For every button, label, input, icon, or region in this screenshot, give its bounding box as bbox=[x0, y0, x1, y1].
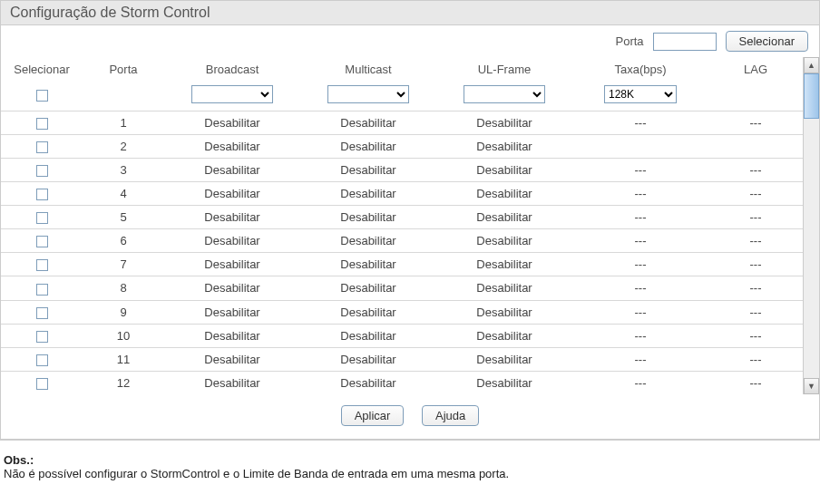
cell-ulframe: Desabilitar bbox=[436, 206, 572, 229]
cell-port: 12 bbox=[83, 371, 164, 394]
cell-multicast: Desabilitar bbox=[300, 347, 436, 371]
cell-lag: --- bbox=[708, 206, 803, 229]
cell-multicast: Desabilitar bbox=[300, 253, 436, 276]
cell-multicast: Desabilitar bbox=[300, 159, 436, 182]
note-section: Obs.: Não é possível configurar o StormC… bbox=[0, 440, 820, 489]
col-lag: LAG bbox=[708, 57, 803, 82]
cell-port: 3 bbox=[83, 159, 164, 182]
cell-ulframe: Desabilitar bbox=[436, 276, 572, 300]
row-checkbox[interactable] bbox=[36, 165, 48, 177]
cell-port: 10 bbox=[83, 324, 164, 347]
table-row: 8DesabilitarDesabilitarDesabilitar------ bbox=[1, 276, 803, 300]
vertical-scrollbar[interactable]: ▲ ▼ bbox=[803, 57, 819, 394]
cell-rate: --- bbox=[572, 229, 708, 253]
cell-ulframe: Desabilitar bbox=[436, 324, 572, 347]
scroll-down-arrow-icon[interactable]: ▼ bbox=[804, 378, 819, 394]
col-select: Selecionar bbox=[1, 57, 83, 82]
cell-ulframe: Desabilitar bbox=[436, 111, 572, 135]
cell-broadcast: Desabilitar bbox=[164, 159, 300, 182]
cell-rate: --- bbox=[572, 159, 708, 182]
cell-port: 6 bbox=[83, 229, 164, 253]
storm-control-table: Selecionar Porta Broadcast Multicast UL-… bbox=[1, 57, 803, 394]
cell-multicast: Desabilitar bbox=[300, 300, 436, 324]
col-broadcast: Broadcast bbox=[164, 57, 300, 82]
cell-broadcast: Desabilitar bbox=[164, 347, 300, 371]
cell-rate: --- bbox=[572, 324, 708, 347]
broadcast-select[interactable] bbox=[191, 85, 273, 103]
table-row: 10DesabilitarDesabilitarDesabilitar-----… bbox=[1, 324, 803, 347]
table-row: 5DesabilitarDesabilitarDesabilitar------ bbox=[1, 206, 803, 229]
cell-lag: --- bbox=[708, 253, 803, 276]
scroll-up-arrow-icon[interactable]: ▲ bbox=[804, 57, 819, 73]
table-row: 4DesabilitarDesabilitarDesabilitar------ bbox=[1, 182, 803, 206]
cell-rate: --- bbox=[572, 253, 708, 276]
multicast-select[interactable] bbox=[327, 85, 409, 103]
cell-broadcast: Desabilitar bbox=[164, 276, 300, 300]
cell-broadcast: Desabilitar bbox=[164, 182, 300, 206]
ulframe-select[interactable] bbox=[464, 85, 545, 103]
row-checkbox[interactable] bbox=[36, 141, 48, 153]
row-checkbox[interactable] bbox=[36, 259, 48, 271]
table-row: 9DesabilitarDesabilitarDesabilitar------ bbox=[1, 300, 803, 324]
table-row: 2DesabilitarDesabilitarDesabilitar bbox=[1, 135, 803, 159]
cell-port: 4 bbox=[83, 182, 164, 206]
cell-broadcast: Desabilitar bbox=[164, 135, 300, 159]
row-checkbox[interactable] bbox=[36, 236, 48, 247]
row-checkbox[interactable] bbox=[36, 118, 48, 130]
cell-rate: --- bbox=[572, 371, 708, 394]
cell-lag: --- bbox=[708, 300, 803, 324]
cell-lag bbox=[708, 135, 803, 159]
select-all-checkbox[interactable] bbox=[36, 90, 48, 102]
cell-rate: --- bbox=[572, 206, 708, 229]
cell-lag: --- bbox=[708, 371, 803, 394]
row-checkbox[interactable] bbox=[36, 331, 48, 343]
cell-multicast: Desabilitar bbox=[300, 135, 436, 159]
row-checkbox[interactable] bbox=[36, 307, 48, 319]
cell-ulframe: Desabilitar bbox=[436, 300, 572, 324]
scroll-track[interactable] bbox=[804, 73, 819, 378]
cell-multicast: Desabilitar bbox=[300, 371, 436, 394]
table-row: 12DesabilitarDesabilitarDesabilitar-----… bbox=[1, 371, 803, 394]
cell-lag: --- bbox=[708, 229, 803, 253]
row-checkbox[interactable] bbox=[36, 212, 48, 224]
cell-lag: --- bbox=[708, 276, 803, 300]
port-label: Porta bbox=[615, 34, 643, 48]
cell-ulframe: Desabilitar bbox=[436, 371, 572, 394]
cell-port: 8 bbox=[83, 276, 164, 300]
cell-ulframe: Desabilitar bbox=[436, 182, 572, 206]
cell-broadcast: Desabilitar bbox=[164, 371, 300, 394]
cell-ulframe: Desabilitar bbox=[436, 229, 572, 253]
table-row: 3DesabilitarDesabilitarDesabilitar------ bbox=[1, 159, 803, 182]
page-title: Configuração de Storm Control bbox=[1, 1, 819, 25]
cell-port: 7 bbox=[83, 253, 164, 276]
help-button[interactable]: Ajuda bbox=[422, 405, 479, 426]
cell-broadcast: Desabilitar bbox=[164, 229, 300, 253]
cell-ulframe: Desabilitar bbox=[436, 253, 572, 276]
cell-rate: --- bbox=[572, 111, 708, 135]
cell-multicast: Desabilitar bbox=[300, 206, 436, 229]
port-input[interactable] bbox=[653, 33, 717, 51]
row-checkbox[interactable] bbox=[36, 189, 48, 200]
cell-port: 5 bbox=[83, 206, 164, 229]
cell-rate: --- bbox=[572, 347, 708, 371]
cell-broadcast: Desabilitar bbox=[164, 300, 300, 324]
rate-select[interactable]: 128K bbox=[604, 85, 677, 103]
note-text: Não é possível configurar o StormControl… bbox=[4, 467, 509, 480]
cell-ulframe: Desabilitar bbox=[436, 159, 572, 182]
col-multicast: Multicast bbox=[300, 57, 436, 82]
row-checkbox[interactable] bbox=[36, 354, 48, 366]
cell-port: 9 bbox=[83, 300, 164, 324]
cell-multicast: Desabilitar bbox=[300, 229, 436, 253]
cell-rate: --- bbox=[572, 276, 708, 300]
apply-button[interactable]: Aplicar bbox=[341, 405, 405, 426]
row-checkbox[interactable] bbox=[36, 284, 48, 296]
cell-rate bbox=[572, 135, 708, 159]
cell-lag: --- bbox=[708, 347, 803, 371]
cell-multicast: Desabilitar bbox=[300, 276, 436, 300]
scroll-thumb[interactable] bbox=[804, 73, 819, 119]
table-row: 1DesabilitarDesabilitarDesabilitar------ bbox=[1, 111, 803, 135]
row-checkbox[interactable] bbox=[36, 378, 48, 390]
select-button[interactable]: Selecionar bbox=[726, 31, 808, 52]
cell-lag: --- bbox=[708, 324, 803, 347]
col-port: Porta bbox=[83, 57, 164, 82]
